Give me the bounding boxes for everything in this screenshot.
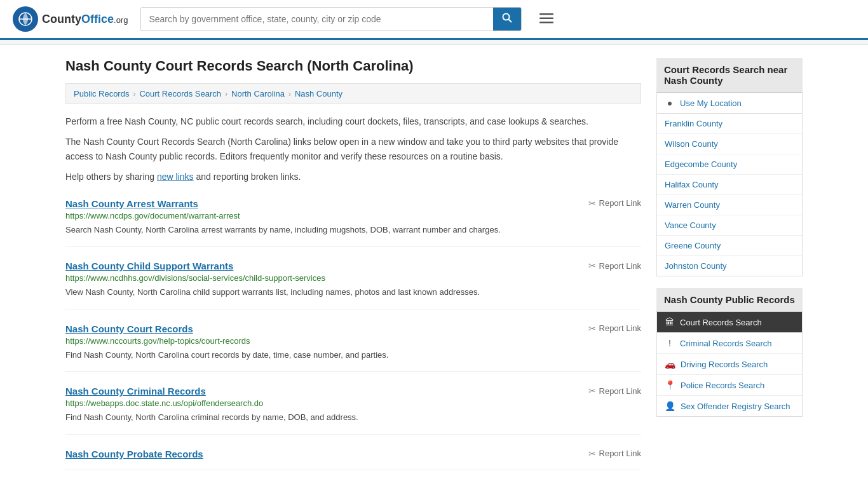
report-label: Report Link — [599, 386, 641, 396]
record-title-link[interactable]: Nash County Criminal Records — [65, 386, 206, 396]
site-header: CountyOffice.org — [0, 0, 868, 40]
nearby-county-item[interactable]: Greene County — [657, 236, 802, 256]
logo-link[interactable]: CountyOffice.org — [13, 6, 128, 32]
public-record-item[interactable]: 👤 Sex Offender Registry Search — [657, 396, 802, 416]
record-header: Nash County Court Records ✂ Report Link — [65, 323, 641, 334]
record-url[interactable]: https://webapps.doc.state.nc.us/opi/offe… — [65, 398, 641, 408]
description-para3-prefix: Help others by sharing — [65, 172, 157, 182]
record-url[interactable]: https://www.ncdhhs.gov/divisions/social-… — [65, 273, 641, 283]
public-records-list: 🏛 Court Records Search ! Criminal Record… — [656, 312, 803, 417]
description-para3: Help others by sharing new links and rep… — [65, 170, 641, 184]
record-description: View Nash County, North Carolina child s… — [65, 286, 641, 299]
nearby-county-item[interactable]: Wilson County — [657, 134, 802, 154]
public-record-icon: ! — [665, 338, 675, 348]
logo-icon — [13, 6, 38, 32]
public-record-label: Criminal Records Search — [680, 339, 772, 348]
breadcrumb-sep-3: › — [288, 90, 291, 98]
nearby-county-item[interactable]: Warren County — [657, 195, 802, 215]
public-record-item[interactable]: 📍 Police Records Search — [657, 375, 802, 396]
record-entry: Nash County Criminal Records ✂ Report Li… — [65, 386, 641, 435]
nearby-county-item[interactable]: Halifax County — [657, 175, 802, 195]
public-records-title: Nash County Public Records — [656, 288, 803, 312]
breadcrumb-court-records[interactable]: Court Records Search — [139, 89, 221, 98]
accent-bar — [0, 40, 868, 45]
public-record-item[interactable]: ! Criminal Records Search — [657, 333, 802, 354]
svg-line-3 — [508, 19, 512, 22]
nearby-county-link[interactable]: Johnston County — [657, 256, 802, 276]
report-label: Report Link — [599, 449, 641, 458]
public-record-link[interactable]: 📍 Police Records Search — [657, 375, 802, 395]
public-record-link[interactable]: 👤 Sex Offender Registry Search — [657, 396, 802, 416]
record-title-link[interactable]: Nash County Court Records — [65, 323, 193, 334]
description-para1: Perform a free Nash County, NC public co… — [65, 114, 641, 128]
svg-rect-5 — [539, 18, 553, 20]
record-entry: Nash County Probate Records ✂ Report Lin… — [65, 449, 641, 470]
record-url[interactable]: https://www.ncdps.gov/document/warrant-a… — [65, 211, 641, 220]
counties-list: Franklin CountyWilson CountyEdgecombe Co… — [656, 114, 803, 276]
description-para3-suffix: and reporting broken links. — [194, 172, 301, 182]
report-link[interactable]: ✂ Report Link — [588, 261, 641, 271]
nearby-county-item[interactable]: Franklin County — [657, 114, 802, 134]
record-title-link[interactable]: Nash County Child Support Warrants — [65, 261, 233, 271]
breadcrumb: Public Records › Court Records Search › … — [65, 83, 641, 104]
public-record-link[interactable]: 🚗 Driving Records Search — [657, 354, 802, 374]
content-area: Nash County Court Records Search (North … — [65, 58, 641, 470]
use-my-location-item[interactable]: ● Use My Location — [657, 93, 802, 113]
logo-text: CountyOffice.org — [42, 13, 128, 26]
record-description: Find Nash County, North Carolina court r… — [65, 349, 641, 362]
menu-button[interactable] — [534, 8, 559, 30]
nearby-county-item[interactable]: Vance County — [657, 215, 802, 236]
search-input[interactable] — [141, 9, 493, 29]
report-icon: ✂ — [588, 386, 596, 396]
nearby-county-link[interactable]: Halifax County — [657, 175, 802, 194]
report-icon: ✂ — [588, 261, 596, 271]
use-my-location-link[interactable]: ● Use My Location — [657, 93, 802, 113]
report-icon: ✂ — [588, 323, 596, 334]
breadcrumb-north-carolina[interactable]: North Carolina — [231, 89, 285, 98]
nearby-county-item[interactable]: Johnston County — [657, 256, 802, 276]
report-link[interactable]: ✂ Report Link — [588, 386, 641, 396]
nearby-county-link[interactable]: Greene County — [657, 236, 802, 255]
record-entry: Nash County Arrest Warrants ✂ Report Lin… — [65, 198, 641, 247]
search-button[interactable] — [493, 8, 521, 30]
record-entry: Nash County Court Records ✂ Report Link … — [65, 323, 641, 372]
public-record-icon: 📍 — [665, 380, 675, 390]
breadcrumb-sep-2: › — [225, 90, 227, 98]
public-records-section: Nash County Public Records 🏛 Court Recor… — [656, 288, 803, 417]
record-title-link[interactable]: Nash County Arrest Warrants — [65, 198, 198, 209]
nearby-county-link[interactable]: Franklin County — [657, 114, 802, 133]
public-record-link[interactable]: 🏛 Court Records Search — [657, 312, 802, 332]
new-links-link[interactable]: new links — [157, 172, 194, 182]
record-header: Nash County Arrest Warrants ✂ Report Lin… — [65, 198, 641, 209]
record-description: Find Nash County, North Carolina crimina… — [65, 411, 641, 424]
public-record-item[interactable]: 🚗 Driving Records Search — [657, 354, 802, 375]
nearby-county-item[interactable]: Edgecombe County — [657, 154, 802, 175]
public-record-label: Sex Offender Registry Search — [681, 402, 790, 411]
nearby-county-link[interactable]: Edgecombe County — [657, 154, 802, 174]
public-record-link[interactable]: ! Criminal Records Search — [657, 333, 802, 353]
record-url[interactable]: https://www.nccourts.gov/help-topics/cou… — [65, 336, 641, 346]
description-para2: The Nash County Court Records Search (No… — [65, 135, 641, 163]
record-title-link[interactable]: Nash County Probate Records — [65, 449, 203, 459]
report-label: Report Link — [599, 198, 641, 208]
public-record-label: Police Records Search — [681, 381, 764, 390]
record-header: Nash County Probate Records ✂ Report Lin… — [65, 449, 641, 459]
public-record-icon: 👤 — [665, 401, 675, 411]
nearby-section: Court Records Search near Nash County ● … — [656, 58, 803, 276]
report-link[interactable]: ✂ Report Link — [588, 323, 641, 334]
page-title: Nash County Court Records Search (North … — [65, 58, 641, 74]
report-icon: ✂ — [588, 198, 596, 208]
nearby-county-link[interactable]: Vance County — [657, 215, 802, 235]
location-icon: ● — [665, 98, 675, 108]
record-header: Nash County Criminal Records ✂ Report Li… — [65, 386, 641, 396]
public-record-item[interactable]: 🏛 Court Records Search — [657, 312, 802, 333]
nearby-county-link[interactable]: Warren County — [657, 195, 802, 215]
sidebar: Court Records Search near Nash County ● … — [656, 58, 803, 470]
svg-rect-4 — [539, 13, 553, 15]
nearby-county-link[interactable]: Wilson County — [657, 134, 802, 154]
breadcrumb-nash-county[interactable]: Nash County — [295, 89, 342, 98]
breadcrumb-public-records[interactable]: Public Records — [74, 89, 129, 98]
record-entry: Nash County Child Support Warrants ✂ Rep… — [65, 261, 641, 309]
report-link[interactable]: ✂ Report Link — [588, 449, 641, 459]
report-link[interactable]: ✂ Report Link — [588, 198, 641, 208]
